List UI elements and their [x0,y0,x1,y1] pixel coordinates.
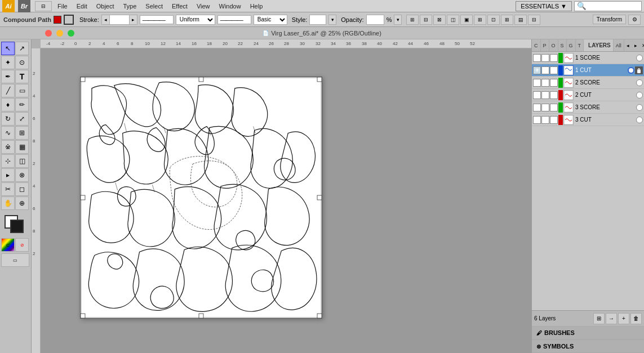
icon-btn-1[interactable]: ⊞ [406,15,419,25]
layer-visibility-1score[interactable] [533,54,541,62]
maximize-btn[interactable] [68,30,74,37]
selection-tool[interactable]: ↖ [1,42,15,55]
menu-edit[interactable]: Edit [73,2,91,11]
icon-btn-10[interactable]: ⊟ [528,15,540,25]
close-btn[interactable] [45,30,52,37]
style-preview[interactable] [309,15,326,25]
layer-target-2score[interactable] [636,79,643,86]
line-style-display[interactable]: ———— [140,15,174,24]
panel-expand-btn[interactable]: ▸ [632,42,640,50]
layer-col-3score[interactable] [550,104,558,111]
stroke-increase-btn[interactable]: ▸ [130,15,137,25]
menu-effect[interactable]: Effect [168,2,191,11]
color-btn[interactable]: C [1,238,15,252]
tab-t[interactable]: T [576,39,584,51]
icon-btn-8[interactable]: ⊞ [501,15,513,25]
icon-btn-3[interactable]: ⊠ [433,15,446,25]
tab-all[interactable]: All [614,39,624,51]
panel-collapse-btn[interactable]: ◂ [624,42,632,50]
line-tool[interactable]: ╱ [1,84,15,97]
layer-target-3score[interactable] [636,104,643,111]
hand-tool[interactable]: ✋ [1,196,15,210]
layer-lock-2cut[interactable] [541,91,549,99]
artboard-tool[interactable]: ◻ [15,182,29,196]
menu-view[interactable]: View [193,2,214,11]
menu-object[interactable]: Object [93,2,118,11]
opacity-input[interactable]: 100 [366,15,384,25]
layer-lock-1cut[interactable] [541,66,549,74]
minimize-btn[interactable] [56,30,63,37]
layer-col-1cut[interactable] [550,66,558,74]
pencil-tool[interactable]: ✏ [15,98,29,111]
rotate-tool[interactable]: ↻ [1,112,15,126]
make-sublayer-btn[interactable]: ⊞ [593,313,605,324]
menu-window[interactable]: Window [216,2,245,11]
none-btn[interactable]: ⊘ [15,238,29,252]
view-options[interactable]: ⊟ [35,1,52,11]
opacity-dropdown-btn[interactable]: ▾ [394,15,402,25]
uniform-select[interactable]: Uniform [176,15,215,25]
move-to-layer-btn[interactable]: → [606,313,617,324]
layer-row-3cut[interactable]: 3 CUT [532,114,644,126]
layer-row-2score[interactable]: 2 SCORE [532,77,644,89]
eyedropper-tool[interactable]: ▸ [1,168,15,182]
pen-tool[interactable]: ✒ [1,70,15,83]
symbols-panel-header[interactable]: ⊛ SYMBOLS [532,339,644,353]
stroke-color-swatch[interactable] [54,16,61,24]
layer-visibility-2cut[interactable] [533,91,541,99]
rect-tool[interactable]: ▭ [15,84,29,97]
search-input[interactable] [574,1,642,11]
layer-target-3cut[interactable] [636,117,643,123]
tab-s[interactable]: S [558,39,567,51]
menu-type[interactable]: Type [120,2,140,11]
menu-help[interactable]: Help [247,2,267,11]
new-layer-btn[interactable]: + [618,313,629,324]
mesh-tool[interactable]: ⊹ [1,154,15,168]
layer-lock-2score[interactable] [541,79,549,87]
icon-btn-9[interactable]: ▤ [514,15,527,25]
style-dropdown-btn[interactable]: ▾ [328,15,336,25]
tab-layers[interactable]: LAYERS [584,39,614,51]
tab-g[interactable]: G [567,39,576,51]
tab-p[interactable]: P [541,39,549,51]
icon-btn-6[interactable]: ⊞ [474,15,486,25]
layer-col-1score[interactable] [550,54,558,62]
zoom-tool[interactable]: ⊕ [15,196,29,210]
layer-lock-3cut[interactable] [541,116,549,124]
layer-visibility-3cut[interactable] [533,116,541,124]
stroke-swatch-box[interactable] [10,220,24,233]
icon-btn-7[interactable]: ⊡ [487,15,500,25]
blend-tool[interactable]: ⊗ [15,168,29,182]
layer-target-1cut[interactable] [628,67,634,74]
basic-select[interactable]: Basic [254,15,287,25]
icon-btn-2[interactable]: ⊟ [420,15,432,25]
brushes-panel-header[interactable]: 🖌 BRUSHES [532,326,644,339]
type-tool[interactable]: T [15,70,29,83]
magic-wand-tool[interactable]: ✦ [1,56,15,69]
delete-layer-btn[interactable]: 🗑 [630,313,642,324]
layer-visibility-2score[interactable] [533,79,541,87]
scale-tool[interactable]: ⤢ [15,112,29,126]
tab-o[interactable]: O [549,39,558,51]
layer-visibility-3score[interactable] [533,104,541,111]
menu-file[interactable]: File [54,2,71,11]
stroke-value-input[interactable]: .001 [109,15,130,25]
layer-lock-1score[interactable] [541,54,549,62]
symbol-sprayer-tool[interactable]: ※ [1,140,15,154]
layer-row-1cut[interactable]: 👁 1 CUT [532,64,644,77]
direct-selection-tool[interactable]: ↗ [15,42,29,55]
warp-tool[interactable]: ∿ [1,126,15,140]
layer-row-3score[interactable]: 3 SCORE [532,101,644,114]
stroke-decrease-btn[interactable]: ◂ [101,15,109,25]
panel-menu-btn[interactable]: ✕ [640,42,644,50]
tab-c[interactable]: C [532,39,541,51]
transform-options-btn[interactable]: ⚙ [628,15,641,25]
layer-col-3cut[interactable] [550,116,558,124]
paintbrush-tool[interactable]: ♦ [1,98,15,111]
menu-select[interactable]: Select [142,2,166,11]
layer-row-1score[interactable]: 1 SCORE [532,52,644,64]
column-graph-tool[interactable]: ▦ [15,140,29,154]
transform-button[interactable]: Transform [593,15,626,24]
free-transform-tool[interactable]: ⊞ [15,126,29,140]
artboard[interactable] [80,77,322,319]
